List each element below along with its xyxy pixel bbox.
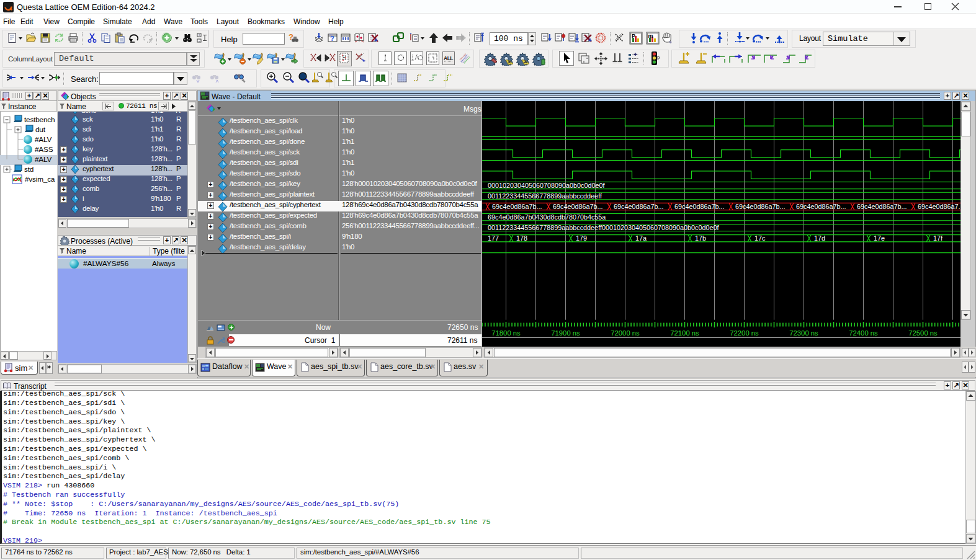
svg-text:00112233445566778899aabbccddee: 00112233445566778899aabbccddeeff (488, 192, 602, 200)
svg-text:69c4e0d86a7b...: 69c4e0d86a7b... (735, 203, 785, 210)
svg-text:17b: 17b (695, 234, 706, 242)
svg-text:69c4e0d86a7b...: 69c4e0d86a7b... (553, 203, 602, 210)
svg-text:72100 ns: 72100 ns (670, 329, 699, 337)
svg-text:72300 ns: 72300 ns (789, 329, 818, 337)
svg-text:17c: 17c (754, 234, 766, 242)
svg-text:?: ? (330, 35, 334, 42)
svg-text:71800 ns: 71800 ns (491, 329, 521, 337)
svg-text:179: 179 (576, 234, 587, 242)
svg-text:69c4e0d86a7b...: 69c4e0d86a7b... (492, 203, 542, 210)
svg-text:m: m (648, 33, 653, 39)
svg-text:71900 ns: 71900 ns (551, 329, 580, 337)
svg-text:17e: 17e (874, 234, 885, 242)
svg-text:69c4e0d86a7...: 69c4e0d86a7... (918, 203, 960, 210)
svg-text:17d: 17d (814, 234, 825, 242)
svg-text:72000 ns: 72000 ns (611, 329, 640, 337)
svg-text:000102030405060708090a0b0c0d0e: 000102030405060708090a0b0c0d0e0f (488, 182, 606, 189)
svg-text:69c4e0d86a7b...: 69c4e0d86a7b... (674, 203, 724, 210)
svg-text:ALL: ALL (444, 55, 453, 61)
svg-text:72200 ns: 72200 ns (730, 329, 759, 337)
svg-text:69c4e0d86a7b...: 69c4e0d86a7b... (857, 203, 907, 210)
svg-text:72500 ns: 72500 ns (908, 329, 938, 337)
svg-text:17f: 17f (933, 234, 943, 242)
svg-text:72400 ns: 72400 ns (849, 329, 878, 337)
svg-text:P: P (632, 33, 635, 39)
svg-text:177: 177 (488, 234, 499, 242)
svg-text:69c4e0d86a7b0430d8cdb78070b4c5: 69c4e0d86a7b0430d8cdb78070b4c55a (488, 213, 606, 221)
svg-text:00112233445566778899aabbccddee: 00112233445566778899aabbccddeeff00010203… (488, 224, 719, 231)
svg-text:69c4e0d86a7b...: 69c4e0d86a7b... (614, 203, 663, 210)
svg-text:69c4e0d86a7b...: 69c4e0d86a7b... (796, 203, 846, 210)
svg-text:178: 178 (516, 234, 527, 242)
svg-text:17a: 17a (635, 234, 647, 242)
